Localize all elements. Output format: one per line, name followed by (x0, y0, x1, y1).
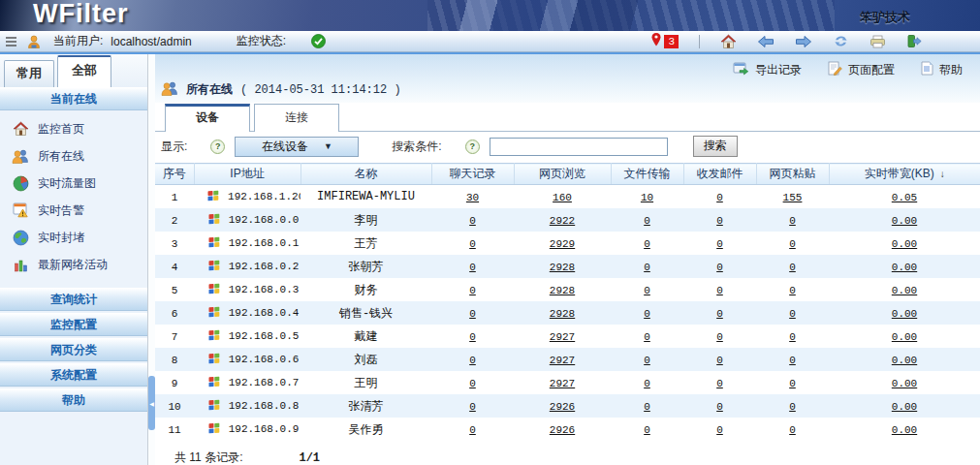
col-ip[interactable]: IP地址 (194, 164, 300, 185)
web-post-link[interactable]: 0 (789, 262, 796, 273)
sidebar-tab-all[interactable]: 全部 (57, 55, 111, 87)
file-transfer-link[interactable]: 10 (641, 192, 653, 203)
tab-connections[interactable]: 连接 (254, 104, 339, 132)
chat-records-link[interactable]: 30 (466, 192, 479, 203)
web-browsing-link[interactable]: 2927 (550, 331, 575, 343)
web-browsing-link[interactable]: 2928 (550, 308, 575, 320)
bandwidth-link[interactable]: 0.00 (892, 262, 917, 273)
file-transfer-link[interactable]: 0 (644, 331, 650, 343)
email-link[interactable]: 0 (716, 238, 723, 250)
email-link[interactable]: 0 (716, 262, 723, 273)
sidebar-tab-common[interactable]: 常用 (4, 60, 54, 87)
sidebar-collapse-handle[interactable]: ◀ (148, 376, 155, 430)
chat-records-link[interactable]: 0 (469, 424, 476, 436)
sidebar-item-realtime-traffic[interactable]: 实时流量图 (0, 170, 147, 197)
bandwidth-link[interactable]: 0.05 (892, 192, 917, 203)
file-transfer-link[interactable]: 0 (644, 238, 650, 250)
search-button[interactable]: 搜索 (693, 136, 738, 157)
col-web[interactable]: 网页浏览 (514, 164, 611, 185)
alerts-button[interactable]: 3 (650, 32, 679, 50)
bandwidth-link[interactable]: 0.00 (892, 331, 917, 343)
sidebar-section-monitor-config[interactable]: 监控配置 (0, 313, 147, 336)
web-post-link[interactable]: 0 (789, 238, 796, 250)
web-post-link[interactable]: 0 (789, 215, 796, 227)
home-button[interactable] (720, 34, 737, 49)
bandwidth-link[interactable]: 0.00 (892, 378, 917, 389)
sidebar-section-help[interactable]: 帮助 (0, 388, 147, 412)
sidebar-item-monitor-home[interactable]: 监控首页 (0, 115, 147, 142)
chat-records-link[interactable]: 0 (469, 215, 476, 227)
web-post-link[interactable]: 0 (789, 401, 796, 413)
logout-button[interactable] (906, 34, 922, 48)
print-button[interactable] (869, 35, 886, 48)
sidebar-item-all-online[interactable]: 所有在线 (0, 142, 147, 170)
web-browsing-link[interactable]: 2929 (550, 238, 575, 250)
email-link[interactable]: 0 (716, 215, 723, 227)
chat-records-link[interactable]: 0 (469, 355, 476, 366)
file-transfer-link[interactable]: 0 (644, 285, 650, 296)
sidebar-item-realtime-alerts[interactable]: 实时告警 (0, 197, 147, 224)
file-transfer-link[interactable]: 0 (644, 215, 650, 227)
web-post-link[interactable]: 0 (789, 424, 796, 436)
web-browsing-link[interactable]: 2926 (550, 424, 575, 436)
web-browsing-link[interactable]: 160 (553, 192, 572, 203)
search-input[interactable] (490, 138, 668, 156)
chat-records-link[interactable]: 0 (469, 238, 476, 250)
chat-records-link[interactable]: 0 (469, 331, 476, 343)
chat-records-link[interactable]: 0 (469, 401, 476, 413)
bandwidth-link[interactable]: 0.00 (892, 424, 917, 436)
file-transfer-link[interactable]: 0 (644, 378, 650, 389)
sidebar-section-system-config[interactable]: 系统配置 (0, 363, 147, 387)
back-button[interactable] (757, 35, 775, 48)
chat-records-link[interactable]: 0 (469, 308, 476, 320)
refresh-button[interactable] (833, 34, 849, 48)
bandwidth-link[interactable]: 0.00 (892, 401, 917, 413)
web-browsing-link[interactable]: 2927 (550, 378, 575, 389)
help-circle-icon[interactable]: ? (465, 140, 480, 154)
web-post-link[interactable]: 0 (789, 331, 796, 343)
col-file[interactable]: 文件传输 (611, 164, 683, 185)
web-browsing-link[interactable]: 2926 (550, 401, 575, 413)
col-paste[interactable]: 网页粘贴 (756, 164, 829, 185)
col-chat[interactable]: 聊天记录 (431, 164, 514, 185)
col-index[interactable]: 序号 (155, 164, 194, 185)
chat-records-link[interactable]: 0 (469, 378, 476, 389)
sidebar-item-latest-activity[interactable]: 最新网络活动 (0, 251, 147, 278)
file-transfer-link[interactable]: 0 (644, 308, 650, 320)
email-link[interactable]: 0 (716, 378, 723, 389)
col-mail[interactable]: 收发邮件 (683, 164, 756, 185)
forward-button[interactable] (795, 35, 812, 48)
help-button[interactable]: 帮助 (921, 61, 963, 78)
bandwidth-link[interactable]: 0.00 (892, 215, 917, 227)
col-bandwidth[interactable]: 实时带宽(KB)↓ (829, 164, 980, 185)
email-link[interactable]: 0 (716, 285, 723, 296)
bandwidth-link[interactable]: 0.00 (892, 355, 917, 366)
email-link[interactable]: 0 (716, 331, 723, 343)
web-browsing-link[interactable]: 2928 (550, 262, 575, 273)
email-link[interactable]: 0 (716, 401, 723, 413)
sidebar-item-realtime-block[interactable]: 实时封堵 (0, 224, 147, 251)
chat-records-link[interactable]: 0 (469, 285, 476, 296)
file-transfer-link[interactable]: 0 (644, 262, 650, 273)
web-post-link[interactable]: 0 (789, 378, 796, 389)
col-name[interactable]: 名称 (300, 164, 431, 185)
sidebar-section-query-stats[interactable]: 查询统计 (0, 288, 147, 311)
help-circle-icon[interactable]: ? (210, 140, 225, 154)
tab-devices[interactable]: 设备 (165, 104, 250, 132)
email-link[interactable]: 0 (716, 424, 723, 436)
email-link[interactable]: 0 (716, 355, 723, 366)
page-config-button[interactable]: 页面配置 (828, 61, 895, 78)
email-link[interactable]: 0 (716, 308, 723, 320)
web-post-link[interactable]: 155 (783, 192, 803, 203)
export-records-button[interactable]: 导出记录 (733, 62, 802, 78)
file-transfer-link[interactable]: 0 (644, 355, 650, 366)
sidebar-section-current-online[interactable]: 当前在线 (0, 87, 147, 110)
file-transfer-link[interactable]: 0 (644, 401, 650, 413)
web-post-link[interactable]: 0 (789, 308, 796, 320)
web-post-link[interactable]: 0 (789, 285, 796, 296)
bandwidth-link[interactable]: 0.00 (892, 285, 917, 296)
web-browsing-link[interactable]: 2927 (550, 355, 575, 366)
chat-records-link[interactable]: 0 (469, 262, 476, 273)
display-mode-select[interactable]: 在线设备 ▼ (235, 137, 359, 157)
file-transfer-link[interactable]: 0 (644, 424, 650, 436)
